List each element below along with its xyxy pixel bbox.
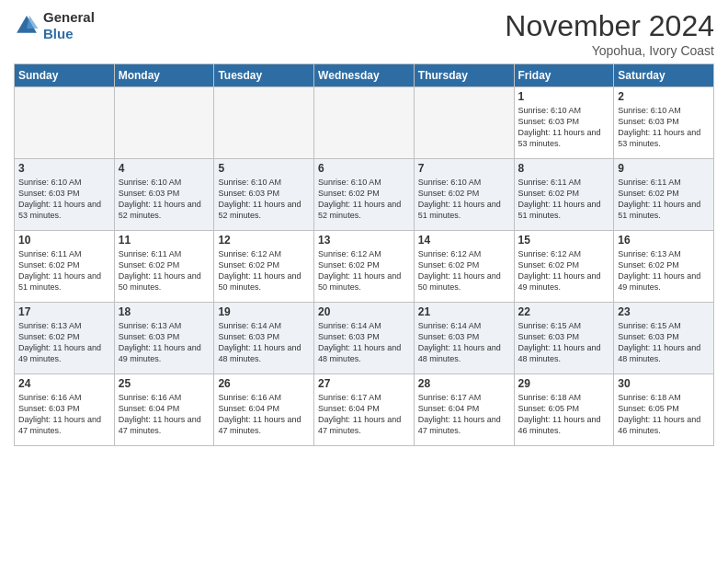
day-number: 27 <box>318 377 410 390</box>
calendar-cell: 8Sunrise: 6:11 AMSunset: 6:02 PMDaylight… <box>514 159 614 231</box>
day-info: Sunrise: 6:10 AMSunset: 6:02 PMDaylight:… <box>318 177 410 222</box>
day-info: Sunrise: 6:10 AMSunset: 6:02 PMDaylight:… <box>418 177 510 222</box>
day-info: Sunrise: 6:18 AMSunset: 6:05 PMDaylight:… <box>518 392 610 437</box>
day-number: 5 <box>218 162 310 175</box>
calendar-cell: 27Sunrise: 6:17 AMSunset: 6:04 PMDayligh… <box>314 374 415 446</box>
weekday-header-thursday: Thursday <box>414 64 514 87</box>
calendar-cell: 23Sunrise: 6:15 AMSunset: 6:03 PMDayligh… <box>614 303 714 374</box>
calendar-cell: 11Sunrise: 6:11 AMSunset: 6:02 PMDayligh… <box>114 231 214 303</box>
day-number: 11 <box>119 234 210 247</box>
day-info: Sunrise: 6:16 AMSunset: 6:04 PMDaylight:… <box>218 392 310 437</box>
calendar-cell: 26Sunrise: 6:16 AMSunset: 6:04 PMDayligh… <box>214 374 314 446</box>
day-number: 8 <box>518 162 610 175</box>
day-number: 25 <box>119 377 210 390</box>
calendar-cell: 6Sunrise: 6:10 AMSunset: 6:02 PMDaylight… <box>314 159 415 231</box>
day-number: 21 <box>418 305 510 318</box>
weekday-header-wednesday: Wednesday <box>314 64 415 87</box>
day-info: Sunrise: 6:14 AMSunset: 6:03 PMDaylight:… <box>318 320 410 365</box>
day-number: 28 <box>418 377 510 390</box>
day-info: Sunrise: 6:14 AMSunset: 6:03 PMDaylight:… <box>218 320 310 365</box>
day-number: 7 <box>418 162 510 175</box>
day-number: 3 <box>18 162 110 175</box>
month-title: November 2024 <box>505 9 714 43</box>
weekday-header-monday: Monday <box>114 64 214 87</box>
day-number: 2 <box>618 90 710 103</box>
day-number: 22 <box>518 305 610 318</box>
calendar-week-row: 17Sunrise: 6:13 AMSunset: 6:02 PMDayligh… <box>15 303 714 374</box>
day-info: Sunrise: 6:11 AMSunset: 6:02 PMDaylight:… <box>18 248 110 293</box>
calendar-cell: 1Sunrise: 6:10 AMSunset: 6:03 PMDaylight… <box>514 87 614 159</box>
day-number: 23 <box>618 305 710 318</box>
calendar-cell: 2Sunrise: 6:10 AMSunset: 6:03 PMDaylight… <box>614 87 714 159</box>
calendar-week-row: 10Sunrise: 6:11 AMSunset: 6:02 PMDayligh… <box>15 231 714 303</box>
day-info: Sunrise: 6:12 AMSunset: 6:02 PMDaylight:… <box>218 248 310 293</box>
weekday-header-row: SundayMondayTuesdayWednesdayThursdayFrid… <box>15 64 714 87</box>
calendar-cell: 7Sunrise: 6:10 AMSunset: 6:02 PMDaylight… <box>414 159 514 231</box>
calendar-cell: 9Sunrise: 6:11 AMSunset: 6:02 PMDaylight… <box>614 159 714 231</box>
logo: General Blue <box>14 9 95 42</box>
day-number: 19 <box>218 305 310 318</box>
calendar-cell <box>214 87 314 159</box>
day-info: Sunrise: 6:11 AMSunset: 6:02 PMDaylight:… <box>119 248 210 293</box>
day-info: Sunrise: 6:12 AMSunset: 6:02 PMDaylight:… <box>318 248 410 293</box>
title-block: November 2024 Yopohua, Ivory Coast <box>505 9 714 58</box>
logo-text: General Blue <box>43 9 95 42</box>
calendar-cell: 30Sunrise: 6:18 AMSunset: 6:05 PMDayligh… <box>614 374 714 446</box>
day-number: 17 <box>18 305 110 318</box>
day-info: Sunrise: 6:16 AMSunset: 6:04 PMDaylight:… <box>119 392 210 437</box>
calendar-cell: 24Sunrise: 6:16 AMSunset: 6:03 PMDayligh… <box>15 374 115 446</box>
calendar-cell: 28Sunrise: 6:17 AMSunset: 6:04 PMDayligh… <box>414 374 514 446</box>
calendar-week-row: 3Sunrise: 6:10 AMSunset: 6:03 PMDaylight… <box>15 159 714 231</box>
calendar-cell <box>414 87 514 159</box>
day-info: Sunrise: 6:14 AMSunset: 6:03 PMDaylight:… <box>418 320 510 365</box>
day-info: Sunrise: 6:13 AMSunset: 6:02 PMDaylight:… <box>618 248 710 293</box>
calendar-cell: 3Sunrise: 6:10 AMSunset: 6:03 PMDaylight… <box>15 159 115 231</box>
day-info: Sunrise: 6:13 AMSunset: 6:03 PMDaylight:… <box>119 320 210 365</box>
day-info: Sunrise: 6:11 AMSunset: 6:02 PMDaylight:… <box>618 177 710 222</box>
logo-general: General <box>43 9 95 26</box>
day-number: 1 <box>518 90 610 103</box>
calendar-table: SundayMondayTuesdayWednesdayThursdayFrid… <box>14 63 714 446</box>
day-info: Sunrise: 6:13 AMSunset: 6:02 PMDaylight:… <box>18 320 110 365</box>
calendar-cell: 4Sunrise: 6:10 AMSunset: 6:03 PMDaylight… <box>114 159 214 231</box>
calendar-cell <box>114 87 214 159</box>
weekday-header-friday: Friday <box>514 64 614 87</box>
calendar-page: General Blue November 2024 Yopohua, Ivor… <box>0 0 728 563</box>
weekday-header-tuesday: Tuesday <box>214 64 314 87</box>
day-info: Sunrise: 6:12 AMSunset: 6:02 PMDaylight:… <box>518 248 610 293</box>
day-number: 14 <box>418 234 510 247</box>
day-number: 30 <box>618 377 710 390</box>
calendar-cell: 10Sunrise: 6:11 AMSunset: 6:02 PMDayligh… <box>15 231 115 303</box>
location-title: Yopohua, Ivory Coast <box>505 43 714 58</box>
day-info: Sunrise: 6:10 AMSunset: 6:03 PMDaylight:… <box>119 177 210 222</box>
weekday-header-sunday: Sunday <box>15 64 115 87</box>
day-number: 15 <box>518 234 610 247</box>
calendar-cell: 21Sunrise: 6:14 AMSunset: 6:03 PMDayligh… <box>414 303 514 374</box>
day-info: Sunrise: 6:16 AMSunset: 6:03 PMDaylight:… <box>18 392 110 437</box>
calendar-cell: 12Sunrise: 6:12 AMSunset: 6:02 PMDayligh… <box>214 231 314 303</box>
day-number: 10 <box>18 234 110 247</box>
day-info: Sunrise: 6:15 AMSunset: 6:03 PMDaylight:… <box>518 320 610 365</box>
day-number: 4 <box>119 162 210 175</box>
day-number: 12 <box>218 234 310 247</box>
calendar-cell <box>15 87 115 159</box>
day-info: Sunrise: 6:18 AMSunset: 6:05 PMDaylight:… <box>618 392 710 437</box>
calendar-cell: 15Sunrise: 6:12 AMSunset: 6:02 PMDayligh… <box>514 231 614 303</box>
day-number: 24 <box>18 377 110 390</box>
day-info: Sunrise: 6:10 AMSunset: 6:03 PMDaylight:… <box>518 105 610 150</box>
day-info: Sunrise: 6:11 AMSunset: 6:02 PMDaylight:… <box>518 177 610 222</box>
calendar-week-row: 1Sunrise: 6:10 AMSunset: 6:03 PMDaylight… <box>15 87 714 159</box>
day-number: 9 <box>618 162 710 175</box>
calendar-cell: 22Sunrise: 6:15 AMSunset: 6:03 PMDayligh… <box>514 303 614 374</box>
day-info: Sunrise: 6:10 AMSunset: 6:03 PMDaylight:… <box>618 105 710 150</box>
calendar-cell: 19Sunrise: 6:14 AMSunset: 6:03 PMDayligh… <box>214 303 314 374</box>
header: General Blue November 2024 Yopohua, Ivor… <box>14 9 714 58</box>
day-info: Sunrise: 6:12 AMSunset: 6:02 PMDaylight:… <box>418 248 510 293</box>
calendar-cell: 20Sunrise: 6:14 AMSunset: 6:03 PMDayligh… <box>314 303 415 374</box>
day-info: Sunrise: 6:17 AMSunset: 6:04 PMDaylight:… <box>418 392 510 437</box>
calendar-cell: 16Sunrise: 6:13 AMSunset: 6:02 PMDayligh… <box>614 231 714 303</box>
calendar-cell: 29Sunrise: 6:18 AMSunset: 6:05 PMDayligh… <box>514 374 614 446</box>
calendar-week-row: 24Sunrise: 6:16 AMSunset: 6:03 PMDayligh… <box>15 374 714 446</box>
day-number: 29 <box>518 377 610 390</box>
day-info: Sunrise: 6:17 AMSunset: 6:04 PMDaylight:… <box>318 392 410 437</box>
